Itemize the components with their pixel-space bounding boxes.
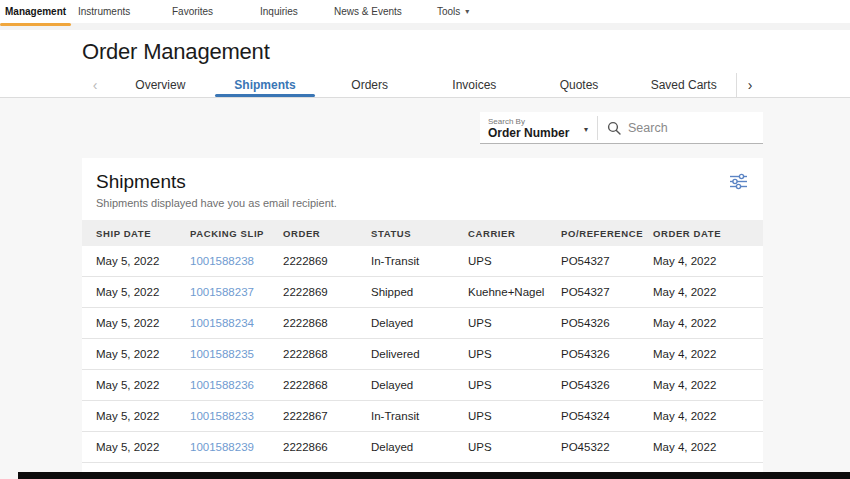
chevron-down-icon: ▾: [465, 7, 469, 16]
table-row: May 5, 202210015882342222868DelayedUPSPO…: [82, 308, 763, 339]
cell-carrier: UPS: [468, 348, 561, 360]
cell-po-reference: PO54324: [561, 410, 653, 422]
app-root: ManagementInstrumentsFavoritesInquiriesN…: [0, 0, 850, 479]
nav-item-favorites[interactable]: Favorites: [172, 0, 213, 23]
column-header-status: STATUS: [371, 228, 468, 239]
column-header-ship-date: SHIP DATE: [96, 228, 190, 239]
table-header-row: SHIP DATEPACKING SLIPORDERSTATUSCARRIERP…: [82, 220, 763, 246]
cell-packing-slip-link[interactable]: 1001588233: [190, 410, 283, 422]
cell-ship-date: May 5, 2022: [96, 379, 190, 391]
cell-order: 2222869: [283, 286, 371, 298]
cell-order-date: May 4, 2022: [653, 441, 763, 453]
page-header: ManagementInstrumentsFavoritesInquiriesN…: [0, 0, 850, 98]
cell-po-reference: PO45322: [561, 441, 653, 453]
tabs-prev-icon[interactable]: ‹: [82, 73, 108, 97]
search-by-dropdown[interactable]: Search By Order Number ▾: [480, 112, 597, 143]
tab-quotes[interactable]: Quotes: [527, 73, 632, 97]
nav-item-instruments[interactable]: Instruments: [78, 0, 130, 23]
table-row: May 5, 202210015882392222866DelayedUPSPO…: [82, 432, 763, 463]
table-row: May 5, 202210015882372222869ShippedKuehn…: [82, 277, 763, 308]
cell-status: In-Transit: [371, 255, 468, 267]
cell-status: In-Transit: [371, 410, 468, 422]
cell-po-reference: PO54326: [561, 317, 653, 329]
search-input[interactable]: [628, 121, 763, 135]
cell-ship-date: May 5, 2022: [96, 317, 190, 329]
search-icon: [607, 121, 621, 135]
shipments-panel: Shipments Shipments displayed have you a…: [82, 158, 763, 479]
cell-status: Delayed: [371, 317, 468, 329]
table-row: May 5, 202210015882362222868DelayedUPSPO…: [82, 370, 763, 401]
cell-ship-date: May 5, 2022: [96, 348, 190, 360]
cell-order: 2222867: [283, 410, 371, 422]
search-bar: Search By Order Number ▾: [480, 112, 763, 144]
cell-status: Delayed: [371, 379, 468, 391]
nav-item-tools[interactable]: Tools▾: [437, 0, 469, 23]
table-row: May 5, 202210015882332222867In-TransitUP…: [82, 401, 763, 432]
title-row: Order Management: [0, 30, 850, 73]
tabs-next-icon[interactable]: ›: [737, 73, 763, 97]
nav-item-inquiries[interactable]: Inquiries: [260, 0, 298, 23]
cell-carrier: UPS: [468, 441, 561, 453]
cell-order: 2222868: [283, 348, 371, 360]
cell-ship-date: May 5, 2022: [96, 410, 190, 422]
cell-ship-date: May 5, 2022: [96, 255, 190, 267]
search-by-value: Order Number: [488, 126, 597, 141]
cell-carrier: Kuehne+Nagel: [468, 286, 561, 298]
cell-order-date: May 4, 2022: [653, 379, 763, 391]
cell-order: 2222869: [283, 255, 371, 267]
cell-order-date: May 4, 2022: [653, 286, 763, 298]
cell-status: Shipped: [371, 286, 468, 298]
search-input-group: [598, 121, 763, 135]
panel-header: Shipments Shipments displayed have you a…: [82, 158, 763, 220]
cell-po-reference: PO54326: [561, 348, 653, 360]
cell-packing-slip-link[interactable]: 1001588239: [190, 441, 283, 453]
cell-packing-slip-link[interactable]: 1001588236: [190, 379, 283, 391]
tab-overview[interactable]: Overview: [108, 73, 213, 97]
table-row: May 5, 202210015882352222868DeliveredUPS…: [82, 339, 763, 370]
chevron-down-icon: ▾: [584, 125, 588, 134]
cell-order: 2222866: [283, 441, 371, 453]
bottom-black-bar: [18, 472, 850, 479]
cell-po-reference: PO54327: [561, 286, 653, 298]
cell-packing-slip-link[interactable]: 1001588234: [190, 317, 283, 329]
tab-invoices[interactable]: Invoices: [422, 73, 527, 97]
cell-order-date: May 4, 2022: [653, 255, 763, 267]
column-header-order-date: ORDER DATE: [653, 228, 763, 239]
cell-order: 2222868: [283, 317, 371, 329]
cell-order-date: May 4, 2022: [653, 317, 763, 329]
nav-item-label: Inquiries: [260, 6, 298, 17]
page-title: Order Management: [82, 39, 270, 65]
cell-carrier: UPS: [468, 379, 561, 391]
top-nav: ManagementInstrumentsFavoritesInquiriesN…: [0, 0, 850, 23]
column-header-carrier: CARRIER: [468, 228, 561, 239]
cell-ship-date: May 5, 2022: [96, 441, 190, 453]
nav-item-label: News & Events: [334, 6, 402, 17]
cell-order: 2222868: [283, 379, 371, 391]
tab-shipments[interactable]: Shipments: [213, 73, 318, 97]
cell-carrier: UPS: [468, 410, 561, 422]
tab-list: OverviewShipmentsOrdersInvoicesQuotesSav…: [108, 73, 736, 97]
cell-packing-slip-link[interactable]: 1001588237: [190, 286, 283, 298]
cell-packing-slip-link[interactable]: 1001588238: [190, 255, 283, 267]
filter-sliders-icon: [729, 173, 748, 190]
cell-order-date: May 4, 2022: [653, 348, 763, 360]
filter-button[interactable]: [727, 171, 750, 195]
cell-packing-slip-link[interactable]: 1001588235: [190, 348, 283, 360]
tab-orders[interactable]: Orders: [317, 73, 422, 97]
nav-item-label: Management: [5, 6, 66, 17]
cell-status: Delivered: [371, 348, 468, 360]
nav-item-label: Favorites: [172, 6, 213, 17]
search-by-label: Search By: [488, 117, 597, 127]
table-row: May 5, 202210015882382222869In-TransitUP…: [82, 246, 763, 277]
nav-item-label: Instruments: [78, 6, 130, 17]
table-body: May 5, 202210015882382222869In-TransitUP…: [82, 246, 763, 479]
tab-saved-carts[interactable]: Saved Carts: [631, 73, 736, 97]
nav-item-news-events[interactable]: News & Events: [334, 0, 402, 23]
column-header-po-reference: PO/REFERENCE: [561, 228, 653, 239]
cell-carrier: UPS: [468, 255, 561, 267]
nav-item-management[interactable]: Management: [5, 0, 66, 23]
cell-ship-date: May 5, 2022: [96, 286, 190, 298]
cell-carrier: UPS: [468, 317, 561, 329]
nav-item-label: Tools: [437, 6, 460, 17]
column-header-packing-slip: PACKING SLIP: [190, 228, 283, 239]
